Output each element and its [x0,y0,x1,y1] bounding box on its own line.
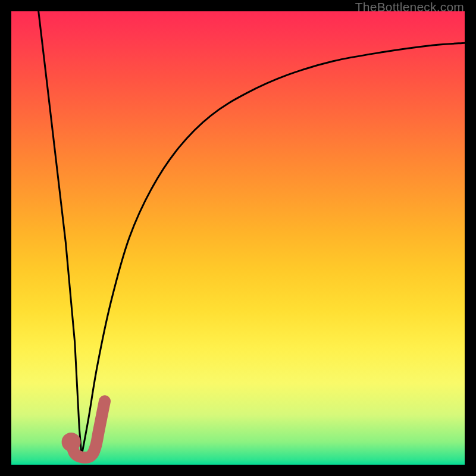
j-marker-dot [62,433,81,452]
curve-right-branch [82,43,465,456]
chart-frame: TheBottleneck.com [0,0,476,476]
plot-area [11,11,465,465]
chart-svg [11,11,465,465]
curve-left-branch [39,11,82,456]
watermark-text: TheBottleneck.com [355,0,464,14]
bottleneck-curve [39,11,465,456]
